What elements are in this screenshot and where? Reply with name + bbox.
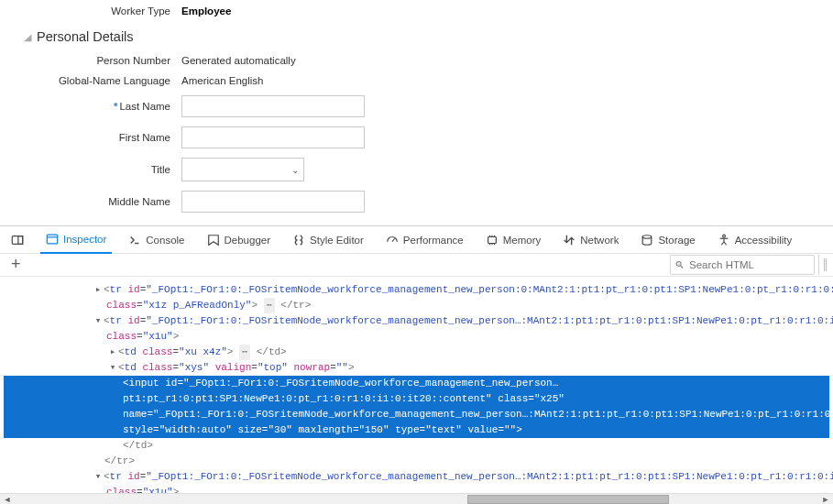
svg-rect-1 [18, 236, 23, 244]
last-name-input[interactable] [181, 95, 365, 117]
worker-type-label: Worker Type [9, 5, 181, 16]
global-name-lang-label: Global-Name Language [9, 75, 181, 86]
person-number-label: Person Number [9, 55, 181, 66]
svg-point-15 [643, 235, 652, 238]
svg-rect-2 [47, 235, 57, 244]
tab-network[interactable]: Network [557, 226, 624, 254]
tab-accessibility[interactable]: Accessibility [712, 226, 798, 254]
last-name-label: *Last Name [9, 101, 181, 112]
tab-memory[interactable]: Memory [480, 226, 547, 254]
svg-line-20 [724, 241, 727, 245]
scrollbar-thumb[interactable] [467, 495, 669, 504]
selected-node[interactable]: <input id="_FOpt1:_FOr1:0:_FOSritemNode_… [4, 376, 829, 391]
tab-performance[interactable]: Performance [380, 226, 469, 254]
person-number-value: Generated automatically [181, 55, 296, 66]
devtools-panel: Inspector Console Debugger Style Editor … [0, 225, 833, 493]
svg-line-5 [392, 238, 395, 242]
tab-storage[interactable]: Storage [635, 226, 700, 254]
pane-resize-handle[interactable] [818, 255, 828, 275]
search-html-input[interactable] [670, 255, 815, 275]
tab-inspector[interactable]: Inspector [40, 226, 112, 254]
svg-rect-6 [488, 236, 496, 243]
svg-point-16 [722, 235, 725, 237]
section-title: Personal Details [37, 29, 134, 44]
title-label: Title [9, 164, 181, 175]
tab-console[interactable]: Console [123, 226, 190, 254]
svg-rect-0 [12, 236, 22, 244]
scroll-right-arrow[interactable]: ► [820, 495, 831, 504]
first-name-label: First Name [9, 132, 181, 143]
collapse-icon: ◢ [24, 31, 31, 42]
search-icon: 🔍︎ [674, 259, 685, 270]
devtools-tabs: Inspector Console Debugger Style Editor … [0, 226, 833, 254]
horizontal-scrollbar[interactable]: ◄ ► [0, 493, 833, 504]
global-name-lang-value: American English [181, 75, 263, 86]
add-button[interactable]: + [5, 255, 27, 274]
worker-type-value: Employee [181, 5, 231, 16]
middle-name-label: Middle Name [9, 196, 181, 207]
middle-name-input[interactable] [181, 191, 365, 213]
devtools-dock-icon[interactable] [5, 226, 29, 254]
tab-debugger[interactable]: Debugger [202, 226, 277, 254]
title-select[interactable] [181, 158, 304, 181]
svg-line-19 [721, 241, 724, 245]
scroll-left-arrow[interactable]: ◄ [2, 495, 13, 504]
section-personal-details[interactable]: ◢ Personal Details [24, 29, 824, 44]
tab-style-editor[interactable]: Style Editor [287, 226, 369, 254]
first-name-input[interactable] [181, 126, 365, 148]
dom-tree[interactable]: ▸<tr id="_FOpt1:_FOr1:0:_FOSritemNode_wo… [0, 277, 833, 493]
